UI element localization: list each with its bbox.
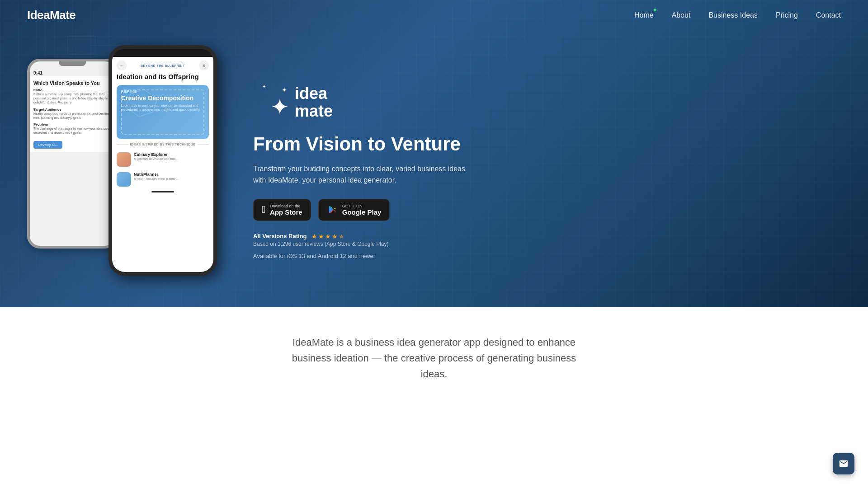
phone-front: ··· BEYOND THE BLUEPRINT ✕ Ideation and …	[108, 45, 217, 276]
app-logo: ✦ ✦ ✦ ideamate	[253, 84, 841, 120]
rating-label: All Versions Rating	[253, 233, 307, 239]
google-play-label-small: GET IT ON	[342, 204, 382, 208]
store-buttons:  Download on the App Store	[253, 199, 841, 221]
hero-subtext: Transform your budding concepts into cle…	[253, 163, 470, 186]
idea-desc-1: A gourmet adventure app that...	[134, 157, 178, 161]
phone-back-time: 9:41	[30, 70, 115, 76]
rating-sub: Based on 1,296 user reviews (App Store &…	[253, 241, 841, 247]
phones-container: 9:41 Which Vision Speaks to You Eatto Ea…	[27, 45, 217, 298]
phone-home-indicator	[151, 191, 174, 192]
divider-line-right	[198, 144, 209, 145]
eatto-title: Eatto	[33, 88, 111, 92]
phone-back-title: Which Vision Speaks to You	[33, 80, 111, 86]
phone-screen-header: ··· BEYOND THE BLUEPRINT ✕	[112, 57, 213, 72]
google-play-label-large: Google Play	[342, 208, 382, 216]
eatto-desc: Eatto is a mobile app comp meal planning…	[33, 92, 111, 104]
star-3: ★	[325, 233, 331, 240]
nav-link-pricing[interactable]: Pricing	[776, 11, 798, 19]
phone-back-content: Which Vision Speaks to You Eatto Eatto i…	[30, 76, 115, 152]
phone-back: 9:41 Which Vision Speaks to You Eatto Ea…	[27, 59, 118, 249]
hero-section: 9:41 Which Vision Speaks to You Eatto Ea…	[0, 0, 868, 307]
idea-desc-2: A health-focused meal plannin...	[134, 177, 179, 181]
hero-content: 9:41 Which Vision Speaks to You Eatto Ea…	[0, 9, 868, 298]
idea-thumb-1	[117, 152, 131, 167]
divider-label: IDEAS INSPIRED BY THIS TECHNIQUE	[130, 143, 196, 146]
nav-item-pricing[interactable]: Pricing	[776, 11, 798, 19]
idea-text-2: NutriPlanner A health-focused meal plann…	[134, 172, 179, 181]
nav-link-about[interactable]: About	[672, 11, 691, 19]
phone-back-section-audience: Target Audience Health-conscious individ…	[33, 108, 111, 120]
google-play-icon	[327, 204, 338, 215]
nav-links: Home About Business Ideas Pricing Contac…	[634, 11, 841, 19]
bottom-text: IdeaMate is a business idea generator ap…	[280, 334, 588, 382]
nav-link-business-ideas[interactable]: Business Ideas	[708, 11, 758, 19]
star-4: ★	[332, 233, 338, 240]
card-refine-label: REFINE	[121, 89, 204, 94]
sparkle-big: ✦	[270, 94, 289, 120]
nav-item-home[interactable]: Home	[634, 11, 654, 19]
card-title: Creative Decomposition	[121, 94, 204, 102]
card-desc: Look inside to see how your idea can be …	[121, 103, 204, 112]
idea-title-1: Culinary Explorer	[134, 152, 178, 157]
phone-back-section-eatto: Eatto Eatto is a mobile app comp meal pl…	[33, 88, 111, 104]
app-store-label-large: App Store	[270, 208, 302, 216]
nav-logo[interactable]: IdeaMate	[27, 8, 75, 22]
problem-desc: The challenge of planning a to see how y…	[33, 127, 111, 135]
sparkle-small2: ✦	[262, 84, 266, 89]
divider-line-left	[117, 144, 128, 145]
phone-menu-dots[interactable]: ···	[117, 61, 127, 70]
phone-badge: BEYOND THE BLUEPRINT	[141, 64, 185, 67]
apple-icon: 	[262, 204, 265, 216]
nav-link-home[interactable]: Home	[634, 11, 654, 19]
google-play-text: GET IT ON Google Play	[342, 204, 382, 216]
phone-card-blue: REFINE Creative Decomposition Look insid…	[117, 85, 209, 139]
audience-title: Target Audience	[33, 108, 111, 112]
phone-front-notch	[145, 49, 181, 57]
hero-right: ✦ ✦ ✦ ideamate From Vision to Venture Tr…	[253, 84, 841, 259]
phone-back-notch	[59, 61, 86, 66]
phone-front-screen: ··· BEYOND THE BLUEPRINT ✕ Ideation and …	[112, 57, 213, 272]
problem-title: Problem	[33, 122, 111, 127]
rating-row: All Versions Rating ★ ★ ★ ★ ★	[253, 232, 841, 240]
idea-text-1: Culinary Explorer A gourmet adventure ap…	[134, 152, 178, 161]
google-play-button[interactable]: GET IT ON Google Play	[318, 199, 390, 221]
audience-desc: Health-conscious individua professionals…	[33, 112, 111, 120]
nav-link-contact[interactable]: Contact	[816, 11, 841, 19]
idea-item-2[interactable]: NutriPlanner A health-focused meal plann…	[112, 169, 213, 189]
app-store-label-small: Download on the	[270, 204, 302, 208]
nav-item-contact[interactable]: Contact	[816, 11, 841, 19]
idea-item-1[interactable]: Culinary Explorer A gourmet adventure ap…	[112, 150, 213, 169]
platform-note: Available for iOS 13 and Android 12 and …	[253, 253, 841, 259]
app-store-text: Download on the App Store	[270, 204, 302, 216]
sparkle-small1: ✦	[282, 86, 287, 94]
idea-thumb-2	[117, 172, 131, 187]
phone-screen-title: Ideation and Its Offspring	[112, 72, 213, 85]
app-store-button[interactable]:  Download on the App Store	[253, 199, 311, 221]
phone-close-btn[interactable]: ✕	[199, 61, 209, 70]
bottom-section: IdeaMate is a business idea generator ap…	[0, 307, 868, 409]
rating-section: All Versions Rating ★ ★ ★ ★ ★ Based on 1…	[253, 232, 841, 247]
star-1: ★	[311, 233, 317, 240]
phone-divider: IDEAS INSPIRED BY THIS TECHNIQUE	[112, 139, 213, 150]
navbar: IdeaMate Home About Business Ideas Prici…	[0, 0, 868, 30]
app-logo-text: ideamate	[295, 84, 333, 120]
phone-back-section-problem: Problem The challenge of planning a to s…	[33, 122, 111, 135]
nav-item-business-ideas[interactable]: Business Ideas	[708, 11, 758, 19]
idea-title-2: NutriPlanner	[134, 172, 179, 177]
stars: ★ ★ ★ ★ ★	[311, 233, 344, 240]
nav-item-about[interactable]: About	[672, 11, 691, 19]
develop-button[interactable]: Develop C...	[33, 141, 62, 149]
star-half: ★	[339, 233, 344, 240]
star-2: ★	[318, 233, 324, 240]
app-logo-icon: ✦ ✦ ✦	[253, 84, 289, 120]
hero-headline: From Vision to Venture	[253, 133, 841, 155]
